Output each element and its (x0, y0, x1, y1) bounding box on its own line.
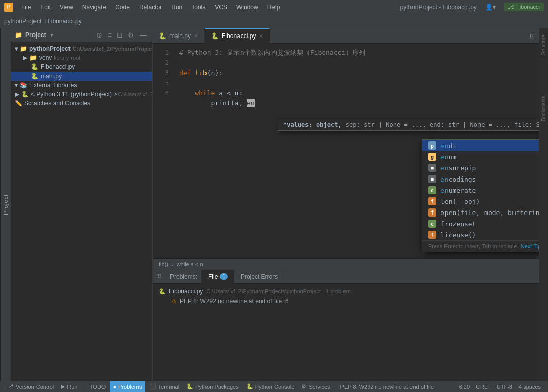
ac-text-open: open(file, mode, buffering, encoding, er… (440, 209, 539, 217)
tree-item-python[interactable]: ▶ 🐍 < Python 3.11 (pythonProject) > C:\U… (11, 90, 152, 99)
ac-item-enum[interactable]: g enum (422, 151, 539, 162)
position-label: 6:20 (459, 384, 470, 390)
panel-collapse-icon[interactable]: ⊟ (115, 30, 124, 40)
tab-split-icon[interactable]: ⊡ (530, 32, 535, 40)
menu-run[interactable]: Run (167, 3, 186, 12)
problems-tab-project[interactable]: Project Errors (234, 270, 284, 284)
problem-file-row[interactable]: 🐍 Fibonacci.py C:\Users\lxf_2\PycharmPro… (153, 286, 539, 296)
status-problems[interactable]: ● Problems (110, 381, 145, 393)
problems-icon: ● (113, 384, 116, 390)
tree-item-main[interactable]: 🐍 main.py (11, 72, 152, 81)
ac-item-frozenset[interactable]: c frozenset builtins (422, 218, 539, 229)
tab-project-label: Project Errors (241, 273, 278, 280)
ac-item-end[interactable]: p end= (422, 140, 539, 151)
panel-title: Project (25, 31, 46, 39)
tree-root-label: pythonProject (29, 45, 71, 52)
main-layout: Project 📁 Project ▾ ⊕ ≡ ⊟ ⚙ — ▾ 📁 python… (0, 28, 548, 381)
status-todo[interactable]: ≡ TODO (81, 381, 109, 393)
signature-tooltip: *values: object, sep: str | None = ..., … (278, 119, 539, 131)
status-terminal[interactable]: ⬛ Terminal (146, 381, 183, 393)
status-position[interactable]: 6:20 (456, 381, 473, 393)
menu-window[interactable]: Window (232, 3, 262, 12)
status-line-ending[interactable]: CRLF (473, 381, 494, 393)
menu-vcs[interactable]: VCS (211, 3, 231, 12)
project-side-tab[interactable]: Project (0, 28, 11, 381)
ac-icon-frozenset: c (428, 220, 436, 228)
ac-icon-license: f (428, 231, 436, 239)
status-python-console[interactable]: 🐍 Python Console (243, 381, 298, 393)
status-run[interactable]: ▶ Run (58, 381, 80, 393)
menu-code[interactable]: Code (111, 3, 134, 12)
breadcrumb-fib[interactable]: fib() (159, 261, 168, 267)
profile-icon[interactable]: 👤▾ (485, 4, 496, 11)
panel-locate-icon[interactable]: ⊕ (95, 30, 104, 40)
panel-settings-icon[interactable]: ⚙ (126, 30, 136, 40)
ac-item-ensurepip[interactable]: ■ ensurepip (422, 162, 539, 173)
ac-text-enum: enum (440, 153, 539, 161)
ac-text-end: end= (440, 142, 539, 150)
tab-main-close[interactable]: ✕ (194, 32, 198, 39)
tab-main[interactable]: 🐍 main.py ✕ (153, 28, 205, 44)
tab-fibonacci[interactable]: 🐍 Fibonacci.py ✕ (205, 28, 270, 44)
extlibs-icon: 📚 (20, 82, 27, 89)
ac-text-len: len(__obj) (440, 198, 539, 205)
editor-area: 1 2 3 5 6 # Python 3: 显示n个数以内的斐波纳契（Fibon… (153, 44, 539, 258)
status-encoding[interactable]: UTF-8 (494, 381, 516, 393)
tree-item-venv[interactable]: ▶ 📁 venv library root (11, 53, 152, 62)
ac-icon-encodings: ■ (428, 175, 436, 183)
menu-items: File Edit View Navigate Code Refactor Ru… (17, 3, 284, 12)
status-indent[interactable]: 4 spaces (516, 381, 544, 393)
tree-scratches-label: Scratches and Consoles (24, 100, 90, 107)
status-version-control[interactable]: ⎇ Version Control (4, 381, 57, 393)
menu-navigate[interactable]: Navigate (78, 3, 110, 12)
ac-text-ensurepip: ensurepip (440, 164, 539, 172)
problems-drag-icon[interactable]: ⠿ (153, 273, 166, 280)
panel-hide-icon[interactable]: — (138, 30, 148, 40)
ac-item-open[interactable]: f open(file, mode, buffering, encoding, … (422, 207, 539, 218)
panel-icons: ⊕ ≡ ⊟ ⚙ — (95, 30, 148, 40)
ac-item-len[interactable]: f len(__obj) builtins (422, 196, 539, 207)
status-python-packages[interactable]: 🐍 Python Packages (183, 381, 242, 393)
ac-next-tip[interactable]: Next Tip (521, 243, 539, 250)
menu-file[interactable]: File (17, 3, 35, 12)
bookmarks-tab[interactable]: Bookmarks (540, 92, 547, 125)
problems-tab-file[interactable]: File 1 (202, 270, 234, 284)
expand-extlibs-icon: ▾ (15, 82, 18, 89)
menu-view[interactable]: View (56, 3, 77, 12)
panel-expand-icon[interactable]: ≡ (106, 30, 113, 40)
app-logo: P (4, 3, 13, 12)
encoding-label: UTF-8 (497, 384, 512, 390)
run-icon: ▶ (61, 383, 65, 390)
dropdown-arrow-icon[interactable]: ▾ (50, 31, 53, 39)
menu-tools[interactable]: Tools (187, 3, 210, 12)
project-name[interactable]: pythonProject (4, 18, 41, 25)
ac-item-enumerate[interactable]: c enumerate builtins (422, 185, 539, 196)
todo-icon: ≡ (84, 384, 87, 390)
structure-tab[interactable]: Structure (540, 30, 547, 59)
tree-venv-label: venv (39, 54, 52, 61)
tab-fib-label: Fibonacci.py (222, 32, 256, 40)
breadcrumb-while[interactable]: while a < n (177, 261, 203, 267)
tab-fib-close[interactable]: ✕ (259, 33, 263, 40)
tree-item-root[interactable]: ▾ 📁 pythonProject C:\Users\lxf_2\Pycharm… (11, 44, 152, 53)
menu-refactor[interactable]: Refactor (135, 3, 166, 12)
problem-row-1[interactable]: ⚠ PEP 8: W292 no newline at end of file … (153, 296, 539, 306)
menu-bar: P File Edit View Navigate Code Refactor … (0, 0, 548, 14)
ac-item-license[interactable]: f license() builtins (422, 229, 539, 240)
branch-label[interactable]: ⎇ Fibonacci (504, 3, 544, 11)
sig-rest-text: sep: str | None = ..., end: str | None =… (346, 121, 539, 128)
tree-item-ext-libs[interactable]: ▾ 📚 External Libraries (11, 81, 152, 90)
tree-item-fibonacci[interactable]: 🐍 Fibonacci.py (11, 62, 152, 72)
problems-tabs: ⠿ Problems: File 1 Project Errors (153, 270, 539, 284)
problem-file-path: C:\Users\lxf_2\PycharmProjects\pythonPro… (206, 288, 321, 294)
ac-item-encodings[interactable]: ■ encodings (422, 173, 539, 185)
terminal-label: Terminal (158, 384, 180, 390)
services-label: Services (309, 384, 330, 390)
scratches-icon: ✏️ (15, 100, 22, 107)
tree-item-scratches[interactable]: ✏️ Scratches and Consoles (11, 99, 152, 108)
status-services[interactable]: ⚙ Services (298, 381, 333, 393)
run-label: Run (67, 384, 77, 390)
menu-help[interactable]: Help (263, 3, 284, 12)
menu-edit[interactable]: Edit (36, 3, 55, 12)
status-right: 6:20 CRLF UTF-8 4 spaces (456, 381, 544, 393)
